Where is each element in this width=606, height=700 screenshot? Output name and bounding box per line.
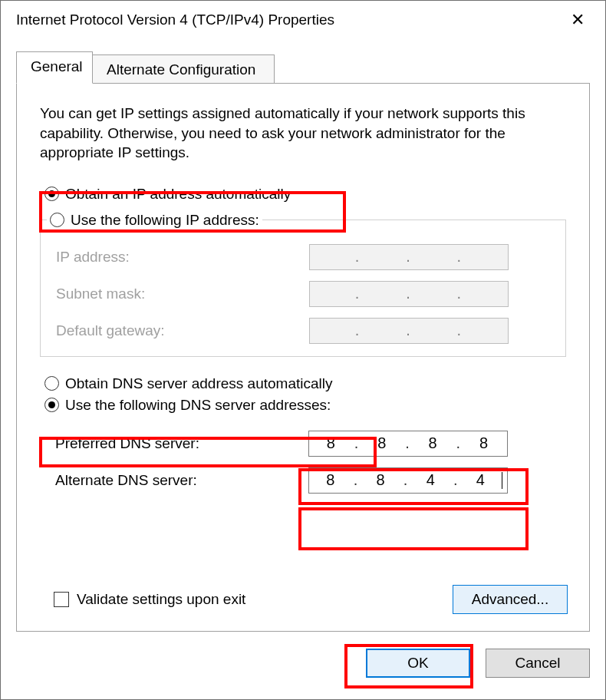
radio-icon [50,213,64,227]
radio-label: Use the following IP address: [71,212,259,229]
tab-alternate[interactable]: Alternate Configuration [92,54,275,84]
radio-use-following-dns[interactable]: Use the following DNS server addresses: [44,397,566,414]
row-alternate-dns: Alternate DNS server: 8. 8. 4. 4 [48,467,558,494]
input-subnet-mask: . . . [309,281,509,307]
input-ip-address: . . . [309,244,509,270]
tab-strip: General Alternate Configuration [16,51,590,84]
dialog-button-bar: OK Cancel [366,649,590,682]
row-preferred-dns: Preferred DNS server: 8. 8. 8. 8 [48,431,558,457]
radio-use-following-ip[interactable]: Use the following IP address: [50,212,259,229]
ip-manual-group: Use the following IP address: IP address… [40,207,566,357]
label-alternate-dns: Alternate DNS server: [48,472,308,489]
checkbox-icon [54,592,69,607]
row-default-gateway: Default gateway: . . . [48,318,558,344]
window-title: Internet Protocol Version 4 (TCP/IPv4) P… [16,12,334,28]
radio-label: Obtain DNS server address automatically [65,375,332,392]
row-subnet-mask: Subnet mask: . . . [48,281,558,307]
radio-icon [44,187,59,201]
label-preferred-dns: Preferred DNS server: [48,435,308,452]
checkbox-validate-settings[interactable]: Validate settings upon exit [54,591,245,608]
tab-general[interactable]: General [16,51,93,84]
input-alternate-dns[interactable]: 8. 8. 4. 4 [308,467,508,494]
close-icon[interactable]: ✕ [562,7,593,33]
radio-icon [44,398,59,412]
advanced-button[interactable]: Advanced... [453,585,568,614]
label-ip-address: IP address: [48,249,309,266]
titlebar: Internet Protocol Version 4 (TCP/IPv4) P… [1,1,605,39]
cancel-button[interactable]: Cancel [486,649,590,678]
label-default-gateway: Default gateway: [48,322,309,339]
radio-label: Use the following DNS server addresses: [65,397,331,414]
intro-text: You can get IP settings assigned automat… [40,104,566,163]
radio-obtain-dns-auto[interactable]: Obtain DNS server address automatically [44,375,566,392]
checkbox-label: Validate settings upon exit [77,591,245,608]
ok-button[interactable]: OK [366,649,470,678]
ipv4-properties-window: Internet Protocol Version 4 (TCP/IPv4) P… [0,0,606,700]
label-subnet-mask: Subnet mask: [48,286,309,302]
input-preferred-dns[interactable]: 8. 8. 8. 8 [308,431,508,457]
input-default-gateway: . . . [309,318,509,344]
radio-label: Obtain an IP address automatically [65,186,291,203]
radio-icon [44,376,59,391]
general-tab-panel: You can get IP settings assigned automat… [16,83,590,632]
radio-obtain-ip-auto[interactable]: Obtain an IP address automatically [44,186,566,203]
dns-fields: Preferred DNS server: 8. 8. 8. 8 Alterna… [40,418,566,501]
row-ip-address: IP address: . . . [48,244,558,270]
dns-section: Obtain DNS server address automatically … [40,375,566,501]
text-caret [502,472,502,489]
